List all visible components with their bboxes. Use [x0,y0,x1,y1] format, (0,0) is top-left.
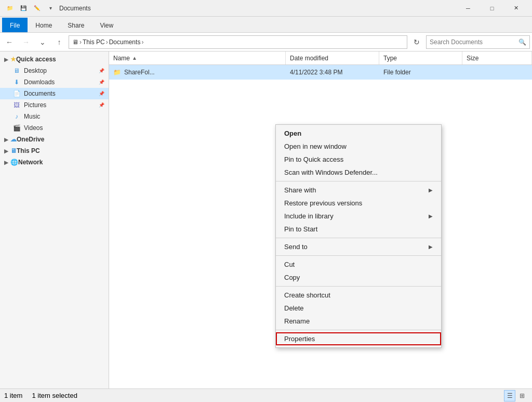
view-btn-large-icons[interactable]: ⊞ [516,390,528,401]
col-header-type[interactable]: Type [379,51,462,64]
network-icon: 🌐 [10,159,18,166]
thispc-icon: 🖥 [10,147,17,154]
folder-icon: 📁 [113,69,121,76]
documents-icon: 📄 [12,89,21,98]
ctx-item-delete[interactable]: Delete [276,302,441,315]
ctx-arrow-send-to: ▶ [429,244,433,250]
ctx-item-open-new-window[interactable]: Open in new window [276,140,441,153]
main-layout: ▶ ★ Quick access 🖥 Desktop 📌 ⬇ Downloads… [0,51,532,388]
title-bar-left: 📁 💾 ✏️ ▾ Documents [4,3,91,14]
tab-home[interactable]: Home [28,18,60,32]
music-icon: ♪ [12,112,21,121]
ctx-arrow-share-with: ▶ [429,187,433,193]
sidebar: ▶ ★ Quick access 🖥 Desktop 📌 ⬇ Downloads… [0,51,109,388]
sidebar-item-desktop[interactable]: 🖥 Desktop 📌 [0,65,109,76]
sidebar-item-downloads-label: Downloads [24,79,96,86]
download-icon: ⬇ [12,78,21,86]
ctx-arrow-include-library: ▶ [429,213,433,219]
ctx-item-create-shortcut[interactable]: Create shortcut [276,289,441,302]
ctx-item-send-to[interactable]: Send to ▶ [276,240,441,253]
file-cell-type: File folder [379,65,462,80]
sidebar-section-onedrive[interactable]: ▶ ☁ OneDrive [0,134,109,145]
onedrive-label: OneDrive [17,136,44,143]
view-buttons: ☰ ⊞ [504,390,528,401]
search-icon: 🔍 [518,38,526,46]
sidebar-item-videos[interactable]: 🎬 Videos [0,122,109,134]
tab-file[interactable]: File [2,18,28,32]
sidebar-section-network[interactable]: ▶ 🌐 Network [0,157,109,168]
sidebar-item-pictures[interactable]: 🖼 Pictures 📌 [0,99,109,111]
onedrive-icon: ☁ [10,136,17,143]
file-cell-date: 4/11/2022 3:48 PM [286,65,379,80]
ctx-item-scan[interactable]: Scan with Windows Defender... [276,166,441,179]
sidebar-item-music[interactable]: ♪ Music [0,111,109,122]
tab-view[interactable]: View [92,18,121,32]
sort-arrow-icon: ▲ [132,55,137,61]
table-row[interactable]: 📁 ShareFol... 4/11/2022 3:48 PM File fol… [109,65,532,80]
qat-btn-1[interactable]: 💾 [18,3,29,14]
ctx-item-pin-quick-access[interactable]: Pin to Quick access [276,153,441,166]
ctx-separator-5 [276,330,441,330]
recent-locations-button[interactable]: ⌄ [35,35,50,49]
col-header-date[interactable]: Date modified [286,51,379,64]
onedrive-chevron-icon: ▶ [4,137,8,142]
minimize-button[interactable]: ─ [456,0,480,17]
chevron-icon: ▶ [4,57,8,62]
window-title: Documents [59,5,91,12]
up-button[interactable]: ↑ [52,35,66,49]
file-name: ShareFol... [124,69,155,76]
forward-button[interactable]: → [19,35,33,49]
ctx-item-properties[interactable]: Properties [276,332,441,345]
path-part-thispc[interactable]: This PC [83,38,105,46]
refresh-button[interactable]: ↻ [409,35,424,49]
ctx-item-restore-versions[interactable]: Restore previous versions [276,197,441,210]
desktop-icon: 🖥 [12,67,21,75]
ctx-item-open[interactable]: Open [276,127,441,140]
ctx-separator-4 [276,286,441,287]
col-header-name[interactable]: Name ▲ [109,51,286,64]
ctx-item-copy[interactable]: Copy [276,271,441,284]
ctx-item-share-with[interactable]: Share with ▶ [276,184,441,197]
qat-icon-folder[interactable]: 📁 [4,3,16,14]
sidebar-item-desktop-label: Desktop [24,67,96,74]
ribbon: File Home Share View [0,17,532,33]
status-bar: 1 item 1 item selected ☰ ⊞ [0,388,532,402]
qat-btn-2[interactable]: ✏️ [31,3,43,14]
address-bar: ← → ⌄ ↑ 🖥 › This PC › Documents › ↻ 🔍 [0,33,532,51]
ctx-item-include-library[interactable]: Include in library ▶ [276,210,441,223]
ctx-separator-2 [276,238,441,238]
col-header-size[interactable]: Size [462,51,532,64]
ctx-item-rename[interactable]: Rename [276,315,441,328]
sidebar-section-thispc[interactable]: ▶ 🖥 This PC [0,145,109,157]
file-cell-size [462,65,532,80]
sidebar-item-downloads[interactable]: ⬇ Downloads 📌 [0,76,109,88]
network-chevron-icon: ▶ [4,160,8,165]
tab-share[interactable]: Share [60,18,92,32]
pin-icon-downloads: 📌 [99,80,104,85]
view-btn-details[interactable]: ☰ [504,390,515,401]
sidebar-item-pictures-label: Pictures [24,101,96,109]
qat-dropdown[interactable]: ▾ [45,3,56,14]
close-button[interactable]: ✕ [504,0,528,17]
content-area: Name ▲ Date modified Type Size 📁 ShareFo… [109,51,532,388]
ctx-item-cut[interactable]: Cut [276,258,441,271]
address-path[interactable]: 🖥 › This PC › Documents › [69,35,407,49]
videos-icon: 🎬 [12,124,21,132]
ctx-item-pin-start[interactable]: Pin to Start [276,223,441,236]
back-button[interactable]: ← [2,35,17,49]
sidebar-item-documents-label: Documents [24,90,96,97]
network-label: Network [18,159,43,166]
context-menu: Open Open in new window Pin to Quick acc… [275,124,442,348]
maximize-button[interactable]: □ [480,0,504,17]
pin-icon-pictures: 📌 [99,102,104,108]
search-input[interactable] [430,38,518,46]
sidebar-section-quick-access[interactable]: ▶ ★ Quick access [0,54,109,65]
pin-icon-desktop: 📌 [99,68,104,73]
file-cell-name: 📁 ShareFol... [109,65,286,80]
pin-icon-documents: 📌 [99,91,104,96]
path-part-documents[interactable]: Documents [109,38,141,46]
sidebar-item-documents[interactable]: 📄 Documents 📌 [0,88,109,99]
column-headers: Name ▲ Date modified Type Size [109,51,532,65]
pictures-icon: 🖼 [12,101,21,109]
search-box[interactable]: 🔍 [426,35,530,49]
